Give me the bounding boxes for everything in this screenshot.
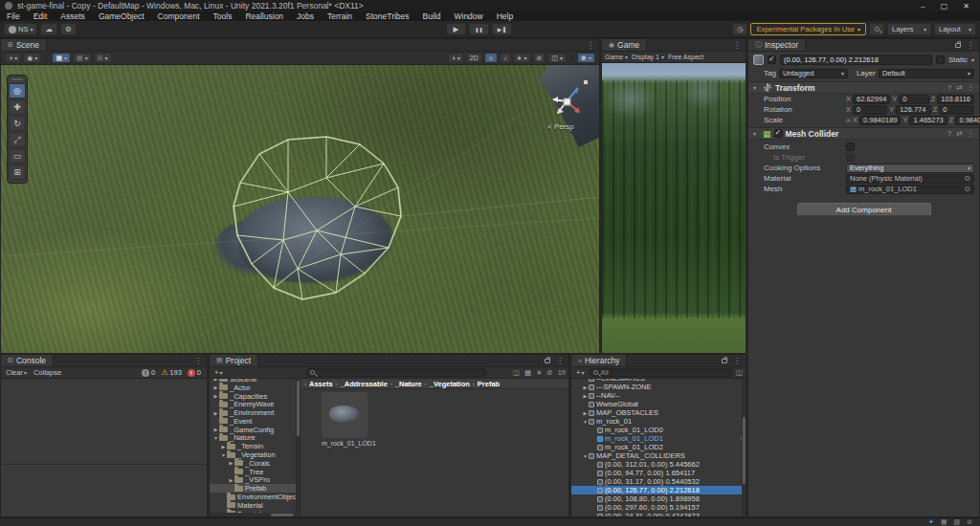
folder-row[interactable]: ▶ _Actor [210,384,300,392]
y-field[interactable]: 0 [899,95,928,104]
package-visibility-icon[interactable]: ▦ [524,368,531,377]
hierarchy-row[interactable]: (0.00, 31.17, 0.00) 0.5440532 [571,477,746,486]
foldout-arrow[interactable]: ▶ [212,384,219,390]
mesh-collider-header[interactable]: ▾ ▦ Mesh Collider ? ⇄ ⋮ [748,127,979,140]
create-asset-button[interactable]: +▾ [212,367,224,378]
render-mode-dropdown[interactable]: ◑▾ [448,53,464,63]
menu-item[interactable]: Build [416,11,448,21]
foldout-arrow[interactable]: ▼ [220,452,227,458]
step-button[interactable]: ▶❚ [492,23,512,35]
menu-item[interactable]: Reallusion [238,11,290,21]
kebab-menu-icon[interactable]: ⋮ [733,357,741,365]
foldout-arrow[interactable]: ▶ [220,444,227,449]
hidden-count-icon[interactable]: ⊘ [546,368,552,377]
link-icon[interactable]: ∞ [846,117,851,123]
2d-toggle[interactable]: 2D [466,53,482,63]
account-dropdown[interactable]: NS ▾ [4,23,37,35]
draw-mode-dropdown[interactable]: ◑▾ [5,53,21,63]
mesh-object-field[interactable]: ▦m_rock_01_LOD1⊙ [846,185,974,194]
game-viewport[interactable] [602,63,746,353]
close-button[interactable]: ✕ [963,2,969,11]
folder-row[interactable]: ▶ _Capacities [210,392,300,401]
error-count-toggle[interactable]: !0 [185,368,204,377]
hierarchy-row[interactable]: WwiseGlobal [571,400,746,408]
menu-item[interactable]: Edit [27,11,55,21]
move-tool-button[interactable]: ✚ [9,99,26,115]
game-mode-dropdown[interactable]: Game▾ [605,54,628,60]
is-trigger-checkbox[interactable] [846,153,855,162]
hierarchy-row[interactable]: (0.00, 24.31, 0.00) 0.4242873 [571,512,746,516]
component-enabled-checkbox[interactable] [774,129,783,138]
static-checkbox[interactable] [936,55,945,64]
breadcrumb-item[interactable]: Assets [309,380,333,388]
hierarchy-row[interactable]: m_rock_01_LOD0 [571,426,746,434]
x-field[interactable]: 0.9840189 [859,116,901,125]
lock-icon[interactable] [955,43,961,48]
rotate-tool-button[interactable]: ↻ [9,116,26,131]
menu-item[interactable]: Component [151,11,207,21]
lighting-toggle[interactable]: ☼ [484,53,498,63]
menu-item[interactable]: Window [447,11,489,21]
transform-header[interactable]: ▾ Transform ? ⇄ ⋮ [748,81,979,94]
display-dropdown[interactable]: Display 1▾ [632,54,664,60]
layer-dropdown[interactable]: Default▾ [879,69,974,78]
y-field[interactable]: 1.465273 [909,116,947,125]
play-button[interactable]: ▶ [446,23,466,35]
audio-toggle[interactable]: ♪ [500,53,511,63]
material-object-field[interactable]: None (Physic Material)⊙ [846,174,974,184]
camera-dropdown[interactable]: ◫▾ [547,53,567,63]
folder-row[interactable]: ▶ _Terrain [210,442,300,450]
foldout-arrow[interactable]: ▶ [582,393,589,399]
lock-icon[interactable] [545,359,550,363]
transform-tool-button[interactable]: ⊞ [9,164,26,180]
drag-handle[interactable] [11,78,23,80]
kebab-menu-icon[interactable]: ⋮ [967,41,974,50]
experimental-packages-badge[interactable]: Experimental Packages In Use ▾ [750,23,866,35]
cloud-button[interactable]: ☁ [40,23,57,35]
menu-item[interactable]: GameObject [92,11,151,21]
hierarchy-row[interactable]: m_rock_01_LOD2 [571,443,746,451]
scene-visibility-icon[interactable]: ◫ [736,368,743,377]
view-tool-button[interactable]: ◎ [9,83,26,99]
scale-tool-button[interactable]: ⤢ [9,132,26,147]
favorites-icon[interactable]: ∗ [536,368,542,377]
tab-console[interactable]: ⊟ Console [1,355,54,366]
z-field[interactable]: 103.8116 [937,95,974,104]
object-picker-icon[interactable]: ⊙ [964,185,970,193]
scene-viewport[interactable]: < Persp ◎ ✚ ↻ ⤢ ▭ ⊞ [1,65,599,353]
kebab-menu-icon[interactable]: ⋮ [733,41,741,50]
warning-count-toggle[interactable]: ⚠193 [158,368,185,377]
tab-project[interactable]: ▤ Project [210,355,258,366]
foldout-icon[interactable]: ▾ [753,84,760,91]
folder-row[interactable]: ▼ _Vegetation [210,450,300,459]
active-checkbox[interactable] [768,55,776,64]
hierarchy-row[interactable]: ▶ --NAV-- [571,391,746,400]
tab-game[interactable]: ◉ Game [602,39,647,51]
maximize-button[interactable]: ▢ [941,2,948,11]
folder-row[interactable]: ▶ _Corals [210,459,300,468]
y-field[interactable]: 126.774 [896,105,930,115]
services-button[interactable]: ⚙ [60,23,77,35]
orientation-gizmo[interactable]: < Persp [546,77,591,134]
hierarchy-row[interactable]: ▼ m_rock_01 [571,417,746,426]
create-object-button[interactable]: +▾ [574,367,586,378]
foldout-arrow[interactable]: ▶ [228,477,234,483]
gizmos-dropdown[interactable]: ⊕▾ [577,53,595,63]
collapse-toggle[interactable]: Collapse [32,367,63,378]
layout-dropdown[interactable]: Layout ▾ [934,23,976,35]
foldout-arrow[interactable]: ▶ [228,460,234,466]
breadcrumb-item[interactable]: _Addressable [341,380,388,388]
tag-dropdown[interactable]: Untagged▾ [779,69,848,78]
gameobject-name-field[interactable]: (0.00, 126.77, 0.00) 2.212618 [780,55,932,65]
menu-item[interactable]: Help [490,11,520,21]
refresh-icon[interactable]: ▨ [954,518,961,526]
foldout-arrow[interactable]: ▶ [212,410,219,416]
search-button[interactable] [869,23,884,35]
breadcrumb-item[interactable]: _Vegetation [430,380,470,388]
breadcrumb-item[interactable]: Prefab [478,380,500,388]
menu-item[interactable]: File [0,11,27,21]
kebab-menu-icon[interactable]: ⋮ [194,357,202,365]
hierarchy-vertical-scrollbar[interactable] [742,379,746,516]
foldout-arrow[interactable]: ▶ [212,427,219,432]
x-field[interactable]: 62.62994 [853,95,890,104]
